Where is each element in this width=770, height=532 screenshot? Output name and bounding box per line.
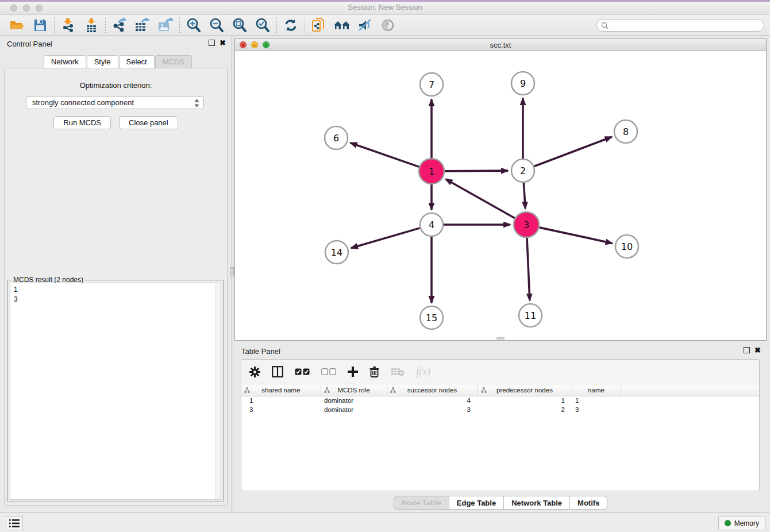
export-image-button[interactable] — [154, 17, 177, 34]
table-cell[interactable]: 3 — [387, 405, 478, 414]
control-panel-title: Control Panel — [7, 40, 52, 48]
table-cell[interactable]: dominator — [321, 396, 387, 405]
delete-column-button[interactable] — [369, 367, 379, 377]
tab-edge-table[interactable]: Edge Table — [449, 496, 504, 510]
table-row[interactable]: 3dominator323 — [241, 405, 759, 414]
create-column-button[interactable] — [348, 367, 358, 377]
first-neighbors-button[interactable] — [330, 17, 353, 34]
table-cell[interactable]: dominator — [321, 405, 387, 414]
import-network-button[interactable] — [57, 17, 80, 34]
column-header-shared-name[interactable]: shared name — [241, 384, 321, 396]
memory-button[interactable]: Memory — [718, 516, 765, 530]
unselect-all-columns-button[interactable] — [321, 368, 336, 375]
graph-node-15[interactable]: 15 — [420, 306, 443, 329]
zoom-out-button[interactable] — [205, 17, 228, 34]
tab-style[interactable]: Style — [87, 55, 118, 68]
search-input[interactable] — [609, 21, 764, 29]
tab-network-table[interactable]: Network Table — [504, 496, 570, 510]
run-mcds-button[interactable]: Run MCDS — [53, 116, 111, 129]
graph-node-7[interactable]: 7 — [420, 73, 443, 96]
save-session-button[interactable] — [29, 17, 52, 34]
save-icon — [34, 19, 47, 32]
svg-text:7: 7 — [429, 79, 434, 90]
close-panel-button[interactable]: Close panel — [119, 116, 178, 129]
column-header-mcds-role[interactable]: MCDS role — [321, 384, 387, 396]
optimization-criterion-label: Optimization criterion: — [5, 81, 227, 90]
graph-node-14[interactable]: 14 — [325, 241, 348, 264]
tab-select[interactable]: Select — [119, 55, 155, 68]
network-canvas[interactable]: 7968124314101511 — [235, 51, 766, 340]
graph-node-11[interactable]: 11 — [519, 304, 542, 327]
show-column-panel-button[interactable] — [272, 366, 283, 377]
graph-edge-2-8[interactable] — [534, 137, 612, 166]
apply-layout-button[interactable] — [279, 17, 302, 34]
graph-edge-1-2[interactable] — [445, 171, 508, 171]
mcds-result-groupbox: MCDS result (2 nodes) 1 3 — [7, 280, 224, 502]
graph-node-2[interactable]: 2 — [511, 159, 534, 182]
import-table-icon — [84, 18, 98, 33]
zoom-fit-button[interactable] — [228, 17, 251, 34]
table-cell[interactable] — [621, 405, 759, 414]
table-settings-button[interactable] — [249, 367, 260, 377]
graph-edge-4-14[interactable] — [351, 228, 420, 248]
graph-edge-3-10[interactable] — [539, 228, 612, 244]
clone-network-button[interactable] — [307, 17, 330, 34]
mcds-result-text[interactable]: 1 3 — [10, 283, 221, 500]
export-network-button[interactable] — [108, 17, 131, 34]
column-header-name[interactable]: name — [572, 384, 621, 396]
function-builder-button: f(x) — [416, 366, 430, 378]
tab-network[interactable]: Network — [44, 55, 86, 68]
close-table-panel-icon[interactable]: ✖ — [754, 347, 761, 353]
graph-edge-3-1[interactable] — [445, 179, 515, 218]
table-cell[interactable]: 4 — [387, 396, 478, 405]
table-cell[interactable]: 1 — [241, 396, 321, 405]
stepper-arrows-icon — [194, 99, 199, 107]
graph-node-9[interactable]: 9 — [511, 72, 534, 95]
graph-node-8[interactable]: 8 — [614, 120, 637, 143]
open-file-button[interactable] — [6, 17, 29, 34]
search-box[interactable] — [596, 19, 764, 32]
hide-selected-button[interactable] — [353, 17, 376, 34]
graph-node-3[interactable]: 3 — [514, 212, 539, 237]
window-title: Session: New Session — [0, 3, 770, 11]
table-cell[interactable]: 3 — [572, 405, 621, 414]
svg-text:3: 3 — [523, 219, 529, 230]
column-header-successor-nodes[interactable]: successor nodes — [387, 384, 478, 396]
graph-node-10[interactable]: 10 — [615, 235, 638, 258]
table-cell[interactable]: 1 — [572, 396, 621, 405]
result-scrollbar[interactable] — [215, 283, 221, 499]
task-history-button[interactable] — [6, 516, 23, 530]
zoom-selected-button[interactable] — [251, 17, 274, 34]
graph-node-6[interactable]: 6 — [325, 126, 348, 149]
graph-node-4[interactable]: 4 — [420, 213, 443, 236]
delete-table-button — [391, 367, 405, 376]
memory-label: Memory — [734, 519, 759, 527]
graph-node-1[interactable]: 1 — [419, 159, 444, 184]
float-table-panel-icon[interactable] — [744, 347, 750, 353]
tab-motifs[interactable]: Motifs — [570, 496, 607, 510]
graph-edge-3-11[interactable] — [527, 238, 530, 300]
canvas-resize-grip[interactable] — [496, 337, 505, 340]
table-cell[interactable]: 3 — [241, 405, 321, 414]
network-graph[interactable]: 7968124314101511 — [235, 51, 766, 340]
splitter-handle[interactable] — [230, 267, 234, 276]
table-cell[interactable]: 2 — [478, 405, 572, 414]
select-all-columns-button[interactable] — [295, 368, 310, 375]
network-window-titlebar[interactable]: × − + scc.txt — [235, 38, 766, 51]
import-table-button[interactable] — [80, 17, 103, 34]
show-hidden-button[interactable] — [376, 17, 399, 34]
export-table-button[interactable] — [131, 17, 154, 34]
zoom-selected-icon — [255, 18, 270, 33]
tab-node-table[interactable]: Node Table — [394, 496, 449, 510]
close-panel-icon[interactable]: ✖ — [220, 40, 226, 46]
graph-edge-1-6[interactable] — [351, 143, 419, 167]
zoom-in-button[interactable] — [182, 17, 205, 34]
table-cell[interactable] — [621, 396, 759, 405]
column-header-predecessor-nodes[interactable]: predecessor nodes — [478, 384, 572, 396]
float-panel-icon[interactable] — [209, 40, 215, 46]
criterion-select[interactable]: strongly connected component — [26, 96, 204, 109]
table-row[interactable]: 1dominator411 — [241, 396, 759, 405]
tab-mcds[interactable]: MCDS — [155, 55, 192, 68]
table-cell[interactable]: 1 — [478, 396, 572, 405]
graph-edge-2-3[interactable] — [523, 183, 525, 209]
